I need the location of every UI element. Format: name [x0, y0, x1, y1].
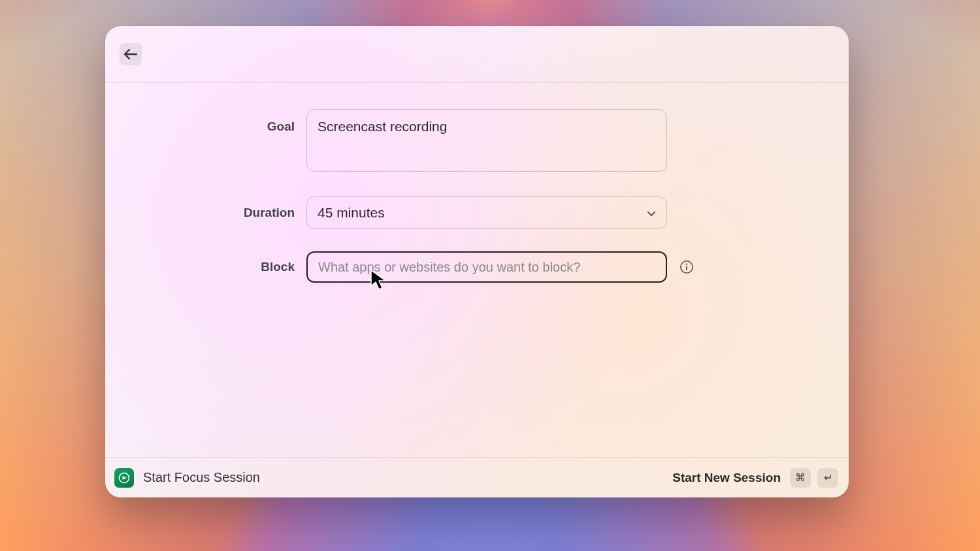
shortcut-enter-key: ↵ [817, 468, 838, 488]
footer-left-label: Start Focus Session [143, 470, 260, 485]
svg-point-1 [686, 264, 687, 265]
arrow-left-icon [124, 49, 137, 59]
back-button[interactable] [120, 43, 142, 65]
window-footer: Start Focus Session Start New Session ⌘ … [105, 457, 849, 497]
svg-rect-2 [686, 266, 687, 271]
duration-value: 45 minutes [318, 205, 385, 221]
info-icon [679, 260, 694, 274]
goal-label: Goal [242, 109, 295, 134]
block-input[interactable] [306, 251, 667, 283]
block-label: Block [242, 260, 295, 274]
shortcut-cmd-key: ⌘ [790, 468, 811, 488]
goal-input[interactable] [306, 109, 667, 172]
focus-session-window: Goal Duration 45 minutes Block [105, 26, 849, 497]
chevron-down-icon [647, 205, 656, 221]
goal-row: Goal [105, 109, 849, 172]
block-info-button[interactable] [679, 259, 694, 275]
start-new-session-button[interactable]: Start New Session ⌘ ↵ [672, 468, 838, 488]
window-topbar [105, 26, 849, 83]
duration-row: Duration 45 minutes [105, 197, 849, 229]
block-row: Block [105, 251, 849, 283]
duration-label: Duration [242, 206, 295, 220]
duration-select[interactable]: 45 minutes [306, 197, 667, 229]
focus-app-icon [114, 468, 134, 488]
form-content: Goal Duration 45 minutes Block [105, 83, 849, 457]
start-new-session-label: Start New Session [672, 471, 781, 485]
